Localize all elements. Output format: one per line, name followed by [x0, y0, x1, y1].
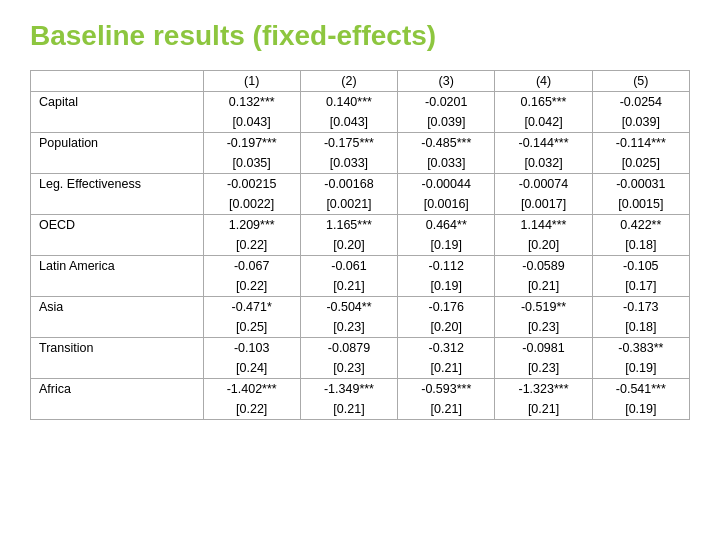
cell-bracket: [0.23]: [495, 317, 592, 338]
cell-value: -0.485***: [398, 133, 495, 154]
cell-bracket: [0.0022]: [203, 194, 300, 215]
cell-value: -1.402***: [203, 379, 300, 400]
cell-bracket: [0.21]: [495, 399, 592, 420]
cell-bracket: [0.0021]: [300, 194, 397, 215]
table-bracket-row: [0.22][0.21][0.19][0.21][0.17]: [31, 276, 690, 297]
cell-value: -0.0589: [495, 256, 592, 277]
page-title: Baseline results (fixed-effects): [30, 20, 690, 52]
cell-bracket: [0.19]: [398, 276, 495, 297]
cell-bracket: [0.20]: [495, 235, 592, 256]
cell-bracket: [0.22]: [203, 235, 300, 256]
table-row: Asia-0.471*-0.504**-0.176-0.519**-0.173: [31, 297, 690, 318]
cell-value: -0.103: [203, 338, 300, 359]
cell-value: -0.0879: [300, 338, 397, 359]
cell-bracket: [0.19]: [592, 399, 689, 420]
cell-value: 0.464**: [398, 215, 495, 236]
cell-value: -0.197***: [203, 133, 300, 154]
cell-bracket: [0.21]: [300, 399, 397, 420]
row-label-empty: [31, 235, 204, 256]
cell-value: -0.0254: [592, 92, 689, 113]
row-label: Leg. Effectiveness: [31, 174, 204, 195]
cell-value: -0.00074: [495, 174, 592, 195]
cell-value: 0.132***: [203, 92, 300, 113]
table-bracket-row: [0.0022][0.0021][0.0016][0.0017][0.0015]: [31, 194, 690, 215]
table-bracket-row: [0.22][0.21][0.21][0.21][0.19]: [31, 399, 690, 420]
table-row: Latin America-0.067-0.061-0.112-0.0589-0…: [31, 256, 690, 277]
table-row: Capital0.132***0.140***-0.02010.165***-0…: [31, 92, 690, 113]
row-label: Africa: [31, 379, 204, 400]
cell-bracket: [0.21]: [495, 276, 592, 297]
cell-bracket: [0.039]: [592, 112, 689, 133]
header-col-5: (5): [592, 71, 689, 92]
cell-bracket: [0.19]: [592, 358, 689, 379]
cell-bracket: [0.18]: [592, 317, 689, 338]
cell-bracket: [0.0017]: [495, 194, 592, 215]
cell-value: -0.00168: [300, 174, 397, 195]
cell-bracket: [0.25]: [203, 317, 300, 338]
cell-value: -0.383**: [592, 338, 689, 359]
table-row: Leg. Effectiveness-0.00215-0.00168-0.000…: [31, 174, 690, 195]
cell-value: -1.349***: [300, 379, 397, 400]
cell-bracket: [0.21]: [300, 276, 397, 297]
cell-value: -0.061: [300, 256, 397, 277]
row-label-empty: [31, 194, 204, 215]
cell-value: -0.504**: [300, 297, 397, 318]
cell-value: -0.00215: [203, 174, 300, 195]
table-row: Population-0.197***-0.175***-0.485***-0.…: [31, 133, 690, 154]
cell-value: -0.105: [592, 256, 689, 277]
cell-bracket: [0.22]: [203, 399, 300, 420]
cell-value: -0.519**: [495, 297, 592, 318]
cell-bracket: [0.0016]: [398, 194, 495, 215]
cell-value: -0.0201: [398, 92, 495, 113]
table-row: Africa-1.402***-1.349***-0.593***-1.323*…: [31, 379, 690, 400]
cell-value: 1.209***: [203, 215, 300, 236]
cell-value: -0.173: [592, 297, 689, 318]
cell-value: -0.541***: [592, 379, 689, 400]
cell-bracket: [0.032]: [495, 153, 592, 174]
header-col-1: (1): [203, 71, 300, 92]
table-bracket-row: [0.043][0.043][0.039][0.042][0.039]: [31, 112, 690, 133]
cell-value: 0.140***: [300, 92, 397, 113]
table-bracket-row: [0.25][0.23][0.20][0.23][0.18]: [31, 317, 690, 338]
cell-bracket: [0.21]: [398, 399, 495, 420]
cell-value: -0.0981: [495, 338, 592, 359]
header-empty: [31, 71, 204, 92]
cell-bracket: [0.23]: [495, 358, 592, 379]
cell-bracket: [0.23]: [300, 358, 397, 379]
cell-value: -0.176: [398, 297, 495, 318]
cell-value: -0.112: [398, 256, 495, 277]
cell-bracket: [0.23]: [300, 317, 397, 338]
header-col-2: (2): [300, 71, 397, 92]
table-row: Transition-0.103-0.0879-0.312-0.0981-0.3…: [31, 338, 690, 359]
cell-value: -0.067: [203, 256, 300, 277]
row-label: Population: [31, 133, 204, 154]
header-col-4: (4): [495, 71, 592, 92]
cell-value: -0.312: [398, 338, 495, 359]
row-label-empty: [31, 112, 204, 133]
header-col-3: (3): [398, 71, 495, 92]
cell-bracket: [0.18]: [592, 235, 689, 256]
cell-value: -0.114***: [592, 133, 689, 154]
row-label: Capital: [31, 92, 204, 113]
cell-value: 1.165***: [300, 215, 397, 236]
row-label-empty: [31, 276, 204, 297]
cell-bracket: [0.19]: [398, 235, 495, 256]
cell-value: -0.144***: [495, 133, 592, 154]
cell-bracket: [0.033]: [300, 153, 397, 174]
table-bracket-row: [0.24][0.23][0.21][0.23][0.19]: [31, 358, 690, 379]
cell-bracket: [0.22]: [203, 276, 300, 297]
cell-bracket: [0.21]: [398, 358, 495, 379]
row-label: Latin America: [31, 256, 204, 277]
row-label-empty: [31, 358, 204, 379]
table-row: OECD1.209***1.165***0.464**1.144***0.422…: [31, 215, 690, 236]
cell-bracket: [0.039]: [398, 112, 495, 133]
cell-bracket: [0.033]: [398, 153, 495, 174]
cell-value: -0.471*: [203, 297, 300, 318]
row-label: Asia: [31, 297, 204, 318]
cell-bracket: [0.043]: [203, 112, 300, 133]
cell-bracket: [0.025]: [592, 153, 689, 174]
cell-value: 0.165***: [495, 92, 592, 113]
row-label: Transition: [31, 338, 204, 359]
cell-value: -1.323***: [495, 379, 592, 400]
cell-bracket: [0.0015]: [592, 194, 689, 215]
